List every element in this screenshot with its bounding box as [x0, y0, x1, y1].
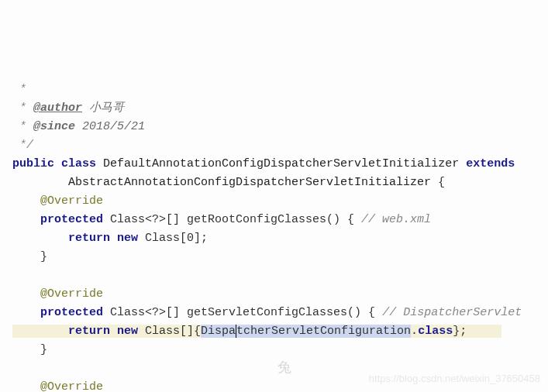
override-annotation: @Override [40, 194, 103, 208]
javadoc-since-tag: @since [33, 120, 75, 133]
class-decl-line1: public class DefaultAnnotationConfigDisp… [12, 157, 515, 170]
method1-sig: protected Class<?>[] getRootConfigClasse… [40, 213, 431, 226]
method1-return: return new Class[0]; [68, 232, 208, 245]
method2-sig: protected Class<?>[] getServletConfigCla… [40, 306, 522, 319]
javadoc-close: */ [12, 139, 33, 152]
comment-dispatcher: // DispatcherServlet [382, 306, 522, 319]
class-decl-line2: AbstractAnnotationConfigDispatcherServle… [12, 176, 445, 189]
comment-webxml: // web.xml [361, 213, 431, 226]
javadoc-star: * [12, 83, 26, 96]
override-annotation: @Override [40, 380, 103, 392]
method1-close: } [40, 250, 47, 263]
highlighted-line: return new Class[]{DispatcherServletConf… [12, 325, 501, 338]
javadoc-author-name: 小马哥 [82, 101, 124, 115]
selection-part2: tcherServletConfiguration [236, 325, 411, 338]
javadoc-author-tag: @author [33, 101, 82, 115]
javadoc-since-line: * @since 2018/5/21 [12, 120, 145, 133]
code-block: * * @author 小马哥 * @since 2018/5/21 */ pu… [12, 81, 536, 392]
selection-part1: Dispa [201, 325, 236, 338]
javadoc-since-val: 2018/5/21 [75, 120, 145, 133]
javadoc-author-line: * @author 小马哥 [12, 101, 124, 115]
override-annotation: @Override [40, 287, 103, 301]
method2-close: } [40, 343, 47, 356]
